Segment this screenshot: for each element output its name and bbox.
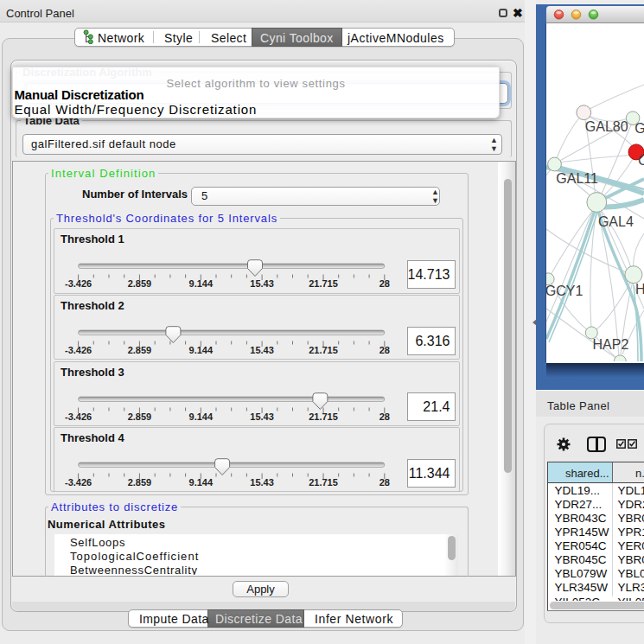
svg-text:9.144: 9.144 — [189, 477, 214, 488]
svg-text:GAL11: GAL11 — [556, 171, 598, 186]
svg-text:28: 28 — [379, 278, 390, 289]
svg-text:15.43: 15.43 — [250, 477, 274, 488]
svg-text:21.715: 21.715 — [309, 345, 338, 355]
svg-text:GCY1: GCY1 — [546, 284, 583, 298]
svg-text:HA: HA — [635, 282, 644, 296]
svg-text:-3.426: -3.426 — [65, 411, 92, 421]
svg-text:GAL: GAL — [634, 121, 644, 136]
svg-text:21.715: 21.715 — [309, 278, 338, 289]
svg-text:28: 28 — [379, 411, 390, 421]
svg-text:9.144: 9.144 — [189, 411, 214, 421]
svg-text:15.43: 15.43 — [250, 411, 274, 421]
svg-text:15.43: 15.43 — [250, 345, 274, 355]
svg-text:2.859: 2.859 — [128, 345, 152, 355]
svg-text:2.859: 2.859 — [128, 411, 152, 421]
svg-text:GAL4: GAL4 — [598, 214, 634, 229]
svg-text:-3.426: -3.426 — [65, 345, 92, 355]
svg-text:CD: CD — [638, 153, 644, 168]
svg-text:28: 28 — [379, 477, 390, 488]
svg-text:GAL80: GAL80 — [585, 119, 628, 134]
svg-text:2.859: 2.859 — [128, 477, 152, 488]
svg-text:15.43: 15.43 — [250, 278, 274, 289]
svg-text:-3.426: -3.426 — [65, 477, 92, 488]
svg-text:21.715: 21.715 — [309, 477, 338, 488]
svg-text:9.144: 9.144 — [189, 278, 214, 289]
svg-text:9.144: 9.144 — [189, 345, 214, 355]
svg-text:21.715: 21.715 — [309, 411, 338, 421]
svg-text:28: 28 — [379, 345, 390, 355]
svg-text:-3.426: -3.426 — [65, 278, 92, 289]
svg-text:2.859: 2.859 — [128, 278, 152, 289]
svg-text:HAP2: HAP2 — [593, 337, 629, 352]
